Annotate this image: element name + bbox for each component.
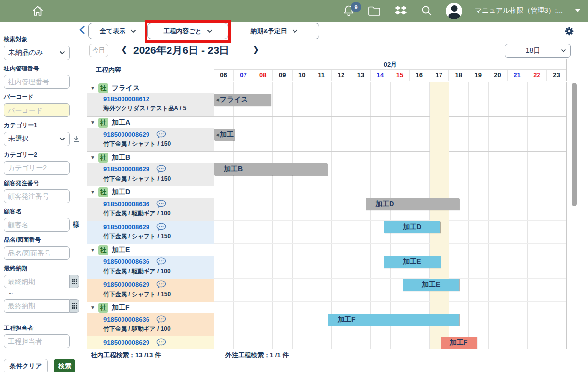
today-button[interactable]: 今日 (89, 44, 108, 57)
group-header-加工E[interactable]: ▼社加工E (87, 244, 214, 256)
process-list-item[interactable]: 9185000008629竹下金属 / シャフト / 150 (87, 336, 214, 349)
day-header-17: 17 (429, 70, 449, 81)
gantt-bar-加工D[interactable]: 加工D (366, 198, 459, 210)
customer-order-no-input[interactable] (4, 189, 70, 203)
customer-order-no-label: 顧客発注番号 (4, 179, 87, 187)
tab-by-process[interactable]: 工程内容ごと (147, 23, 228, 39)
process-list-item[interactable]: 9185000008636竹下金属 / 駆動ギア / 100 (87, 256, 214, 279)
order-id-link[interactable]: 9185000008636 (103, 200, 149, 208)
company-badge: 社 (98, 118, 108, 128)
order-description: 竹下金属 / 駆動ギア / 100 (103, 209, 214, 218)
process-staff-input[interactable] (4, 334, 70, 348)
final-due-to-input[interactable] (4, 299, 70, 313)
tab-show-all[interactable]: 全て表示 (89, 23, 147, 39)
external-process-count: 外注工程検索：1 /1 件 (225, 351, 289, 360)
clear-conditions-button[interactable]: 条件クリア (4, 359, 48, 372)
gantt-bar-加工D[interactable]: 加工D (384, 221, 440, 233)
comment-bubble-icon[interactable] (156, 280, 166, 289)
gantt-bar-加工A[interactable]: ◀加工A (214, 129, 234, 140)
calendar-picker-icon[interactable] (70, 275, 79, 288)
prev-period-chevron-icon[interactable]: ❮ (121, 45, 128, 55)
tab-due-and-planned[interactable]: 納期&予定日 (228, 23, 320, 39)
collapse-triangle-icon[interactable]: ▼ (90, 85, 95, 91)
home-icon[interactable] (31, 4, 44, 17)
group-header-加工D[interactable]: ▼社加工D (87, 186, 214, 198)
vertical-scrollbar[interactable] (567, 82, 579, 349)
order-description: 竹下金属 / シャフト / 150 (103, 232, 214, 241)
comment-bubble-icon[interactable] (156, 165, 166, 173)
collapse-triangle-icon[interactable]: ▼ (90, 189, 95, 195)
user-menu-caret-icon[interactable] (575, 9, 580, 12)
gantt-bar-加工E[interactable]: 加工E (384, 256, 441, 268)
search-button[interactable]: 検索 (54, 359, 75, 372)
collapse-sidebar-chevron-icon[interactable] (79, 25, 85, 36)
comment-bubble-icon[interactable] (156, 257, 166, 266)
process-list-item[interactable]: 9185000008612海外ツクリダス / テスト品A / 5 (87, 93, 214, 116)
process-list-item[interactable]: 9185000008629竹下金属 / シャフト / 150 (87, 163, 214, 186)
comment-bubble-icon[interactable] (156, 130, 166, 139)
order-id-link[interactable]: 9185000008636 (103, 316, 149, 323)
process-list-item[interactable]: 9185000008636竹下金属 / 駆動ギア / 100 (87, 313, 214, 336)
order-id-link[interactable]: 9185000008629 (103, 281, 149, 288)
order-description: 竹下金属 / 駆動ギア / 100 (103, 325, 214, 333)
order-id-link[interactable]: 9185000008636 (103, 258, 149, 265)
gantt-body: ▼社フライス9185000008612海外ツクリダス / テスト品A / 5▼社… (87, 82, 579, 349)
gantt-bar-加工B[interactable]: 加工B (214, 163, 327, 175)
menu-icon[interactable] (7, 7, 19, 15)
group-header-加工A[interactable]: ▼社加工A (87, 116, 214, 128)
search-icon[interactable] (420, 4, 433, 17)
comment-bubble-icon[interactable] (156, 223, 166, 231)
gantt-bar-加工F[interactable]: 加工F (328, 314, 459, 326)
process-list-item[interactable]: 9185000008629竹下金属 / シャフト / 150 (87, 221, 214, 244)
gantt-bar-加工E[interactable]: 加工E (403, 279, 459, 291)
group-header-加工B[interactable]: ▼社加工B (87, 151, 214, 163)
day-header-19: 19 (468, 70, 488, 81)
collapse-triangle-icon[interactable]: ▼ (90, 120, 95, 125)
order-id-link[interactable]: 9185000008612 (103, 95, 149, 103)
process-list-item[interactable]: 9185000008629竹下金属 / シャフト / 150 (87, 128, 214, 151)
search-target-select[interactable]: 未納品のみ (4, 46, 70, 60)
calendar-picker-icon[interactable] (70, 299, 79, 313)
settings-gear-icon[interactable] (564, 26, 574, 38)
next-period-chevron-icon[interactable]: ❯ (252, 45, 259, 55)
collapse-triangle-icon[interactable]: ▼ (90, 305, 95, 310)
gantt-bar-フライス[interactable]: ◀フライス (214, 94, 271, 106)
scrollbar-thumb[interactable] (572, 83, 577, 206)
barcode-input[interactable] (4, 103, 70, 117)
product-no-input[interactable] (4, 246, 70, 260)
order-id-link[interactable]: 9185000008629 (103, 223, 149, 231)
group-lane (214, 151, 566, 163)
gantt-chart-area: ◀フライス◀加工A加工B加工D加工D加工E加工E加工F加工F (214, 82, 567, 349)
process-list-item[interactable]: 9185000008636竹下金属 / 駆動ギア / 100 (87, 198, 214, 221)
group-label: 加工E (112, 246, 130, 255)
collapse-triangle-icon[interactable]: ▼ (90, 155, 95, 160)
day-header-20: 20 (488, 70, 508, 81)
process-list-item[interactable]: 9185000008629竹下金属 / シャフト / 150 (87, 279, 214, 302)
gantt-bar-加工F[interactable]: 加工F (441, 337, 477, 349)
notifications-bell-icon[interactable]: 9 (343, 4, 355, 17)
group-header-フライス[interactable]: ▼社フライス (87, 82, 214, 93)
user-menu-label[interactable]: マニュアル権限（管理3）:... (475, 6, 563, 15)
order-id-link[interactable]: 9185000008629 (103, 131, 149, 138)
order-id-link[interactable]: 9185000008629 (103, 339, 149, 346)
internal-no-input[interactable] (4, 75, 70, 89)
company-badge: 社 (98, 245, 108, 255)
avatar[interactable] (446, 3, 462, 19)
comment-bubble-icon[interactable] (156, 200, 166, 208)
comment-bubble-icon[interactable] (156, 338, 166, 347)
category1-select[interactable]: 未選択 (4, 132, 70, 146)
customer-name-input[interactable] (4, 218, 70, 232)
category2-label: カテゴリー2 (4, 151, 87, 159)
collapse-triangle-icon[interactable]: ▼ (90, 247, 95, 253)
final-due-from-input[interactable] (4, 275, 70, 288)
category2-input[interactable] (4, 161, 70, 175)
apply-category-down-icon[interactable] (73, 135, 80, 143)
group-header-加工F[interactable]: ▼社加工F (87, 302, 214, 313)
group-label: 加工F (112, 303, 130, 312)
range-length-select[interactable]: 18日 (505, 44, 571, 58)
internal-process-count: 社内工程検索：13 /13 件 (91, 351, 161, 360)
dropbox-icon[interactable] (394, 5, 408, 17)
order-id-link[interactable]: 9185000008629 (103, 165, 149, 173)
folder-icon[interactable] (368, 5, 381, 17)
comment-bubble-icon[interactable] (156, 315, 166, 324)
